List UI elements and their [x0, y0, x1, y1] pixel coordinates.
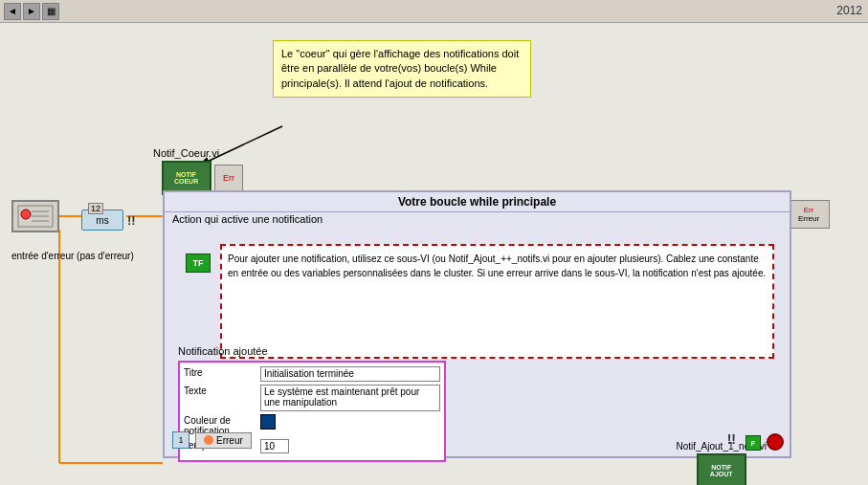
error-cluster-icon: [16, 204, 55, 229]
ms-label: ms: [96, 215, 108, 226]
loop-stop-button[interactable]: [767, 433, 784, 451]
titre-label: Titre: [184, 366, 260, 378]
bottom-controls: 1 Erreur: [172, 431, 252, 449]
action-section: Action qui active une notification TF ☑ …: [172, 213, 782, 229]
ms-badge: 12: [88, 203, 103, 214]
left-error-block: [11, 200, 59, 232]
arrow-indicator-icon: [204, 435, 213, 445]
ms-exclamation: !!: [127, 213, 136, 228]
notif-coeur-block: Notif_Coeur.vi NOTIF COEUR: [153, 147, 219, 195]
year-label: 2012: [836, 4, 862, 17]
num-box: 1: [172, 431, 189, 449]
color-picker[interactable]: [260, 414, 276, 430]
loop-f-box[interactable]: F: [746, 435, 761, 451]
notif-line2: COEUR: [174, 178, 198, 185]
right-error-icon: Err: [804, 206, 814, 214]
inner-dashed-text: Pour ajouter une notification, utilisez …: [228, 252, 767, 280]
toolbar: ◄ ► ▦ 2012: [0, 0, 868, 23]
erreur-btn-label: Erreur: [216, 435, 243, 446]
back-icon[interactable]: ◄: [4, 3, 21, 20]
forward-icon[interactable]: ►: [23, 3, 40, 20]
temps-field[interactable]: 10: [260, 439, 289, 453]
titre-field[interactable]: Initialisation terminée: [260, 366, 440, 382]
error-entry-label: entrée d'erreur (pas d'erreur): [11, 251, 134, 261]
notification-label: Notification ajoutée: [178, 345, 776, 357]
error-block-small: Err: [214, 165, 243, 191]
canvas: Le "coeur" qui gère l'affichage des noti…: [0, 23, 868, 485]
error-icon-small: Err: [223, 173, 234, 183]
notif-coeur-label: Notif_Coeur.vi: [153, 147, 219, 159]
action-label: Action qui active une notification: [172, 213, 782, 225]
titre-row: Titre Initialisation terminée: [184, 366, 440, 382]
tf-block[interactable]: TF: [186, 254, 211, 273]
texte-row: Texte Le système est maintenant prêt pou…: [184, 385, 440, 411]
while-loop: Votre boucle while principale Action qui…: [163, 190, 791, 458]
inner-dashed-box: Pour ajouter une notification, utilisez …: [220, 244, 774, 359]
notif-line1: NOTIF: [176, 171, 196, 178]
ms-box[interactable]: 12 ms: [81, 209, 123, 231]
ms-block-container: 12 ms !!: [81, 209, 136, 231]
tooltip-text: Le "coeur" qui gère l'affichage des noti…: [281, 48, 519, 89]
grid-icon[interactable]: ▦: [42, 3, 59, 20]
right-error-block: Err Erreur: [788, 200, 830, 229]
erreur-label-right: Erreur: [798, 214, 819, 223]
texte-field[interactable]: Le système est maintenant prêt pour une …: [260, 385, 440, 411]
svg-point-14: [21, 209, 31, 219]
notif-ajout-line2: AJOUT: [710, 471, 733, 477]
right-excl-inside: !!: [727, 431, 736, 447]
erreur-button[interactable]: Erreur: [195, 432, 252, 449]
notif-ajout-line1: NOTIF: [711, 464, 731, 471]
notif-ajout-icon[interactable]: NOTIF AJOUT: [697, 453, 746, 485]
while-loop-title: Votre boucle while principale: [165, 192, 790, 212]
tooltip-box: Le "coeur" qui gère l'affichage des noti…: [273, 40, 531, 98]
texte-label: Texte: [184, 385, 260, 396]
